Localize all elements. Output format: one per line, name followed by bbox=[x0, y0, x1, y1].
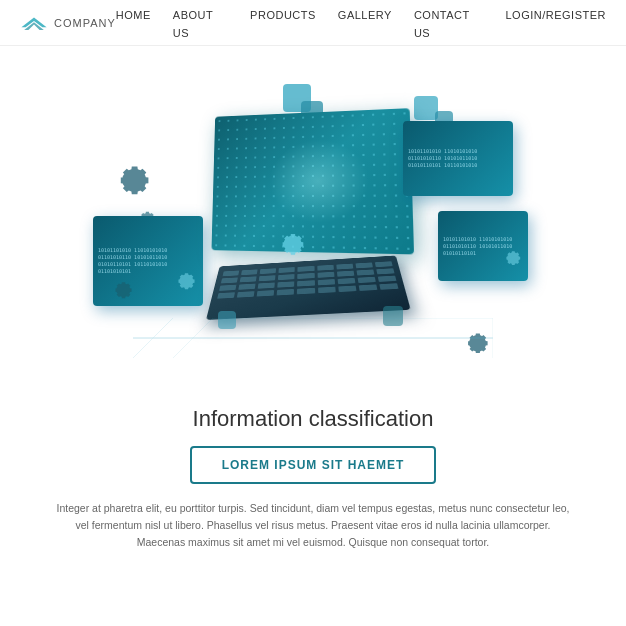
nav-item-products[interactable]: PRODUCTS bbox=[250, 5, 316, 41]
body-text: Integer at pharetra elit, eu porttitor t… bbox=[53, 500, 573, 550]
hero-section: 10101101010 11010101010 01101010110 1010… bbox=[0, 46, 626, 550]
monitor-screen bbox=[211, 108, 414, 254]
cta-button[interactable]: LOREM IPSUM SIT HAEMET bbox=[190, 446, 437, 484]
panel-right-top-binary: 10101101010 11010101010 01101010110 1010… bbox=[408, 148, 508, 169]
gear-icon-panel-right bbox=[500, 245, 524, 277]
illustration: 10101101010 11010101010 01101010110 1010… bbox=[53, 56, 573, 416]
nav-item-home[interactable]: HOME bbox=[116, 5, 151, 41]
navigation: COMPANY HOME ABOUT US PRODUCTS GALLERY C… bbox=[0, 0, 626, 46]
logo-icon bbox=[20, 14, 48, 32]
nav-item-contact[interactable]: CONTACT US bbox=[414, 5, 484, 41]
svg-marker-0 bbox=[21, 17, 46, 27]
platform-lines bbox=[133, 318, 493, 358]
gear-icon-panel-left bbox=[171, 267, 199, 302]
panel-right-top: 10101101010 11010101010 01101010110 1010… bbox=[403, 121, 513, 196]
logo[interactable]: COMPANY bbox=[20, 14, 116, 32]
logo-text: COMPANY bbox=[54, 17, 116, 29]
nav-item-about[interactable]: ABOUT US bbox=[173, 5, 228, 41]
nav-item-gallery[interactable]: GALLERY bbox=[338, 5, 392, 41]
nav-links: HOME ABOUT US PRODUCTS GALLERY CONTACT U… bbox=[116, 5, 606, 41]
screen-glow bbox=[269, 138, 370, 224]
text-section: Information classification LOREM IPSUM S… bbox=[13, 406, 613, 550]
gear-icon-topleft bbox=[108, 156, 156, 213]
panel-right-bottom: 10101101010 11010101010 01101010110 1010… bbox=[438, 211, 528, 281]
gear-icon-bottom-left bbox=[108, 276, 136, 310]
nav-item-login[interactable]: LOGIN/REGISTER bbox=[505, 5, 606, 41]
keyboard bbox=[206, 256, 411, 320]
